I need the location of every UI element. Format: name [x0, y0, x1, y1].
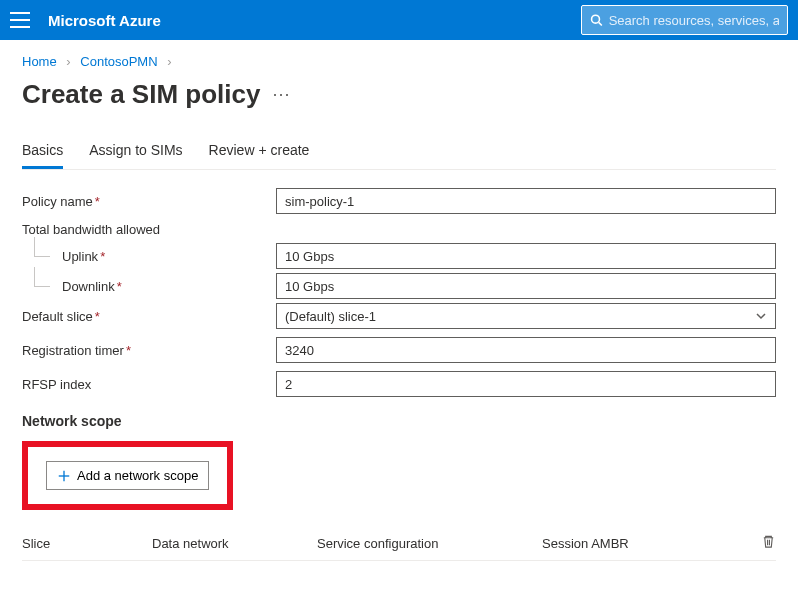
search-input[interactable]	[609, 13, 779, 28]
tree-connector-icon	[22, 243, 62, 269]
highlight-callout: Add a network scope	[22, 441, 233, 510]
page-title-row: Create a SIM policy ···	[0, 75, 798, 134]
plus-icon	[57, 469, 71, 483]
registration-timer-input[interactable]	[276, 337, 776, 363]
breadcrumb: Home › ContosoPMN ›	[0, 40, 798, 75]
add-network-scope-button[interactable]: Add a network scope	[46, 461, 209, 490]
svg-point-0	[592, 15, 600, 23]
chevron-right-icon: ›	[66, 54, 70, 69]
trash-icon[interactable]	[761, 534, 776, 549]
tabs: Basics Assign to SIMs Review + create	[22, 134, 776, 170]
col-session-ambr: Session AMBR	[542, 536, 682, 551]
policy-name-label: Policy name*	[22, 194, 276, 209]
scope-table-header: Slice Data network Service configuration…	[22, 526, 776, 561]
more-actions-icon[interactable]: ···	[272, 84, 290, 105]
global-search[interactable]	[581, 5, 788, 35]
policy-name-input[interactable]	[276, 188, 776, 214]
chevron-right-icon: ›	[167, 54, 171, 69]
downlink-input[interactable]	[276, 273, 776, 299]
col-data-network: Data network	[152, 536, 317, 551]
form-basics: Policy name* Total bandwidth allowed Upl…	[0, 188, 798, 561]
downlink-label: Downlink*	[62, 279, 276, 294]
search-icon	[590, 13, 603, 27]
col-service-configuration: Service configuration	[317, 536, 542, 551]
tab-basics[interactable]: Basics	[22, 134, 63, 169]
breadcrumb-home[interactable]: Home	[22, 54, 57, 69]
registration-timer-label: Registration timer*	[22, 343, 276, 358]
tab-review-create[interactable]: Review + create	[209, 134, 310, 169]
uplink-input[interactable]	[276, 243, 776, 269]
hamburger-menu-icon[interactable]	[10, 10, 30, 30]
svg-line-1	[599, 22, 602, 25]
default-slice-select[interactable]: (Default) slice-1	[276, 303, 776, 329]
tree-connector-icon	[22, 273, 62, 299]
page-title: Create a SIM policy	[22, 79, 260, 110]
default-slice-label: Default slice*	[22, 309, 276, 324]
rfsp-index-label: RFSP index	[22, 377, 276, 392]
top-header: Microsoft Azure	[0, 0, 798, 40]
rfsp-index-input[interactable]	[276, 371, 776, 397]
tab-assign-to-sims[interactable]: Assign to SIMs	[89, 134, 182, 169]
network-scope-heading: Network scope	[22, 413, 776, 429]
total-bandwidth-label: Total bandwidth allowed	[22, 222, 776, 237]
brand-label: Microsoft Azure	[48, 12, 161, 29]
breadcrumb-resource[interactable]: ContosoPMN	[80, 54, 157, 69]
col-slice: Slice	[22, 536, 152, 551]
uplink-label: Uplink*	[62, 249, 276, 264]
